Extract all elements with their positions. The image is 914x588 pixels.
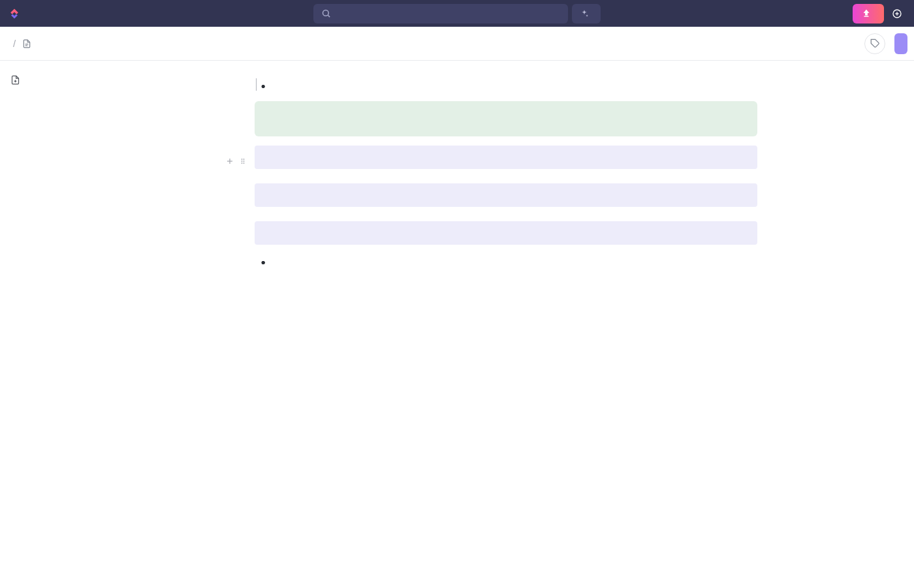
doubts-banner[interactable] (255, 221, 757, 245)
breadcrumb-separator: / (13, 38, 16, 49)
new-button[interactable] (892, 8, 906, 19)
document-icon (22, 39, 31, 48)
breadcrumb-current[interactable] (22, 39, 35, 48)
slash-placeholder-text (256, 78, 258, 91)
breadcrumb: / (7, 38, 35, 49)
add-page-icon (10, 75, 20, 85)
tag-icon (870, 39, 880, 48)
search-icon (321, 8, 331, 18)
document-content[interactable] (124, 61, 914, 588)
svg-line-1 (328, 15, 330, 17)
sidebar (0, 61, 124, 588)
search-field[interactable] (336, 8, 560, 19)
svg-point-15 (242, 161, 243, 162)
ai-button[interactable] (572, 4, 601, 23)
plus-circle-icon (892, 8, 902, 19)
plus-icon[interactable] (226, 157, 234, 165)
search-input[interactable] (313, 4, 568, 23)
upgrade-button[interactable] (853, 4, 884, 23)
app-logo[interactable] (8, 7, 21, 20)
sparkle-icon (580, 9, 589, 18)
svg-point-14 (244, 159, 245, 160)
slash-command-placeholder[interactable] (255, 76, 757, 93)
share-button[interactable] (894, 33, 907, 54)
upgrade-icon (862, 9, 871, 18)
svg-point-13 (242, 159, 243, 160)
create-callout[interactable] (255, 101, 757, 136)
add-page-button[interactable] (9, 72, 115, 87)
svg-point-16 (244, 161, 245, 162)
block-gutter[interactable] (226, 157, 247, 165)
svg-point-18 (244, 162, 245, 164)
svg-point-17 (242, 162, 243, 164)
topbar (0, 0, 914, 27)
drag-handle-icon[interactable] (239, 157, 247, 165)
breadcrumb-bar: / (0, 27, 914, 61)
summary-banner[interactable] (255, 146, 757, 169)
tag-button[interactable] (864, 33, 885, 54)
takeaways-banner[interactable] (255, 183, 757, 207)
svg-point-0 (323, 10, 329, 16)
